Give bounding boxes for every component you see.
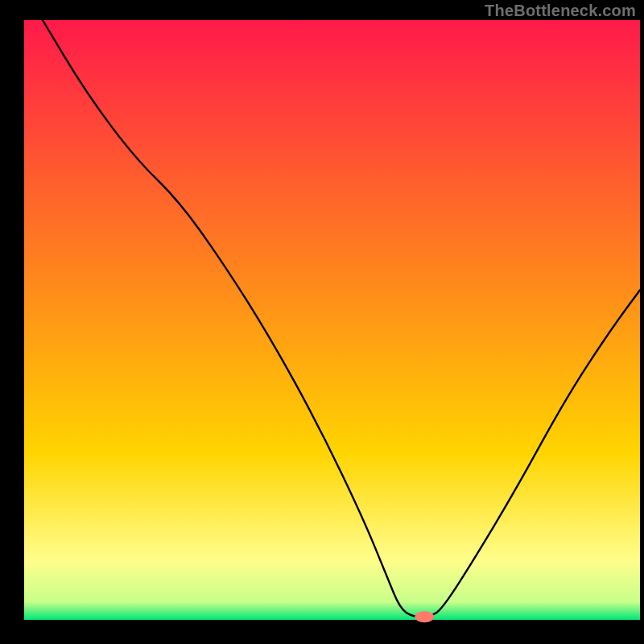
optimal-point-marker bbox=[415, 611, 434, 622]
plot-area bbox=[24, 20, 640, 620]
chart-container: TheBottleneck.com bbox=[0, 0, 644, 644]
bottleneck-chart bbox=[0, 0, 644, 644]
watermark-text: TheBottleneck.com bbox=[485, 2, 636, 20]
